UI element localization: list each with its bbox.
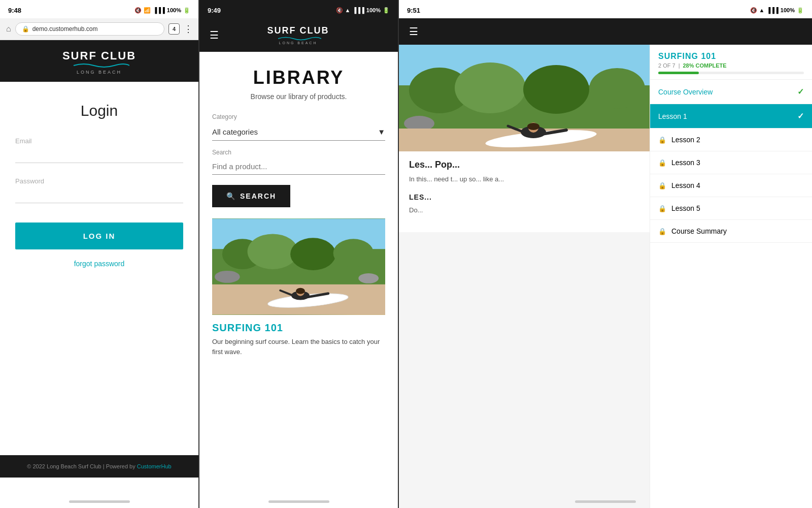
location-1: LONG BEACH — [77, 70, 122, 75]
product-info: SURFING 101 Our beginning surf course. L… — [212, 315, 385, 357]
wifi-icon-2: ▲ — [345, 7, 351, 13]
sidebar-item-label-lesson-3: 🔒 Lesson 3 — [658, 158, 700, 167]
library-subtitle: Browse our library of products. — [212, 92, 385, 101]
status-time-3: 9:51 — [407, 7, 420, 14]
mute-icon-2: 🔇 — [336, 7, 343, 14]
search-section: Search — [212, 149, 385, 175]
status-bar-1: 9:48 🔇 📶 ▐▐▐ 100% 🔋 — [0, 0, 198, 18]
sidebar-item-text-course-summary: Course Summary — [671, 227, 727, 235]
lesson-section-title: LES... — [409, 193, 639, 201]
footer-1: © 2022 Long Beach Surf Club | Powered by… — [0, 455, 198, 478]
sidebar-item-label-lesson-5: 🔒 Lesson 5 — [658, 204, 700, 212]
svg-point-7 — [358, 273, 379, 283]
svg-point-20 — [523, 65, 589, 114]
email-input[interactable] — [15, 148, 183, 163]
tab-count[interactable]: 4 — [168, 23, 180, 35]
email-field-wrapper: Email — [15, 137, 183, 163]
surf-scene-svg — [212, 218, 385, 315]
login-container: Login Email Password LOG IN forgot passw… — [0, 82, 198, 283]
svg-point-6 — [215, 271, 240, 283]
home-icon[interactable]: ⌂ — [6, 24, 11, 34]
browser-bar: ⌂ 🔒 demo.customerhub.com 4 ⋮ — [0, 18, 198, 40]
customerhub-link[interactable]: CustomerHub — [137, 463, 172, 469]
product-card[interactable]: SURFING 101 Our beginning surf course. L… — [212, 218, 385, 357]
sidebar-item-course-overview[interactable]: Course Overview ✓ — [650, 80, 812, 104]
search-label: Search — [212, 149, 385, 156]
check-icon-lesson-1: ✓ — [797, 111, 804, 121]
sidebar-progress-text: 2 OF 7 | 28% COMPLETE — [658, 62, 804, 69]
battery-text-3: 100% — [781, 7, 795, 13]
app-header-1: SURF CLUB LONG BEACH — [0, 40, 198, 82]
lock-icon-lesson-4: 🔒 — [658, 182, 666, 189]
sidebar-item-text-lesson-4: Lesson 4 — [671, 181, 700, 189]
email-label: Email — [15, 137, 183, 145]
battery-icon: 🔋 — [183, 7, 190, 14]
search-button[interactable]: 🔍 SEARCH — [212, 185, 290, 207]
search-input[interactable] — [212, 162, 385, 171]
sidebar-item-lesson-4[interactable]: 🔒 Lesson 4 — [650, 174, 812, 197]
sidebar-header: SURFING 101 2 OF 7 | 28% COMPLETE — [650, 45, 812, 80]
sidebar-item-lesson-2[interactable]: 🔒 Lesson 2 — [650, 129, 812, 151]
lesson-section-body: Do... — [409, 205, 639, 216]
status-icons-3: 🔇 ▲ ▐▐▐ 100% 🔋 — [750, 7, 804, 14]
url-bar[interactable]: 🔒 demo.customerhub.com — [15, 22, 164, 36]
login-title: Login — [81, 102, 118, 119]
signal-icon: ▐▐▐ — [153, 7, 164, 13]
login-button[interactable]: LOG IN — [15, 223, 183, 249]
battery-text: 100% — [167, 7, 181, 13]
battery-text-2: 100% — [366, 7, 381, 13]
home-indicator-3 — [575, 500, 636, 503]
sidebar-item-label-overview: Course Overview — [658, 88, 713, 96]
sidebar-item-lesson-5[interactable]: 🔒 Lesson 5 — [650, 197, 812, 220]
search-input-wrapper — [212, 159, 385, 175]
password-input[interactable] — [15, 188, 183, 203]
phone-library: 9:49 🔇 ▲ ▐▐▐ 100% 🔋 ☰ SURF CLUB LONG BEA… — [199, 0, 399, 508]
phone-course: 9:51 🔇 ▲ ▐▐▐ 100% 🔋 ☰ — [399, 0, 812, 508]
product-image — [212, 218, 385, 315]
sidebar-item-text-lesson-2: Lesson 2 — [671, 136, 700, 144]
sidebar-item-lesson-3[interactable]: 🔒 Lesson 3 — [650, 151, 812, 174]
wave-decoration-1 — [69, 62, 129, 69]
lesson-body: In this... need t... up so... like a... — [409, 174, 639, 185]
product-desc: Our beginning surf course. Learn the bas… — [212, 337, 385, 357]
category-value: All categories — [212, 128, 258, 136]
wave-decoration-2 — [276, 36, 321, 41]
sidebar-progress-bar — [658, 72, 804, 74]
hamburger-icon-3[interactable]: ☰ — [409, 25, 418, 38]
svg-point-19 — [455, 62, 526, 113]
sidebar-course-title: SURFING 101 — [658, 52, 804, 61]
logo-2: SURF CLUB LONG BEACH — [267, 25, 329, 45]
course-main: Les... Pop... In this... need t... up so… — [399, 45, 650, 508]
logo-1: SURF CLUB LONG BEACH — [62, 49, 136, 75]
location-2: LONG BEACH — [279, 41, 318, 45]
svg-point-4 — [290, 238, 335, 270]
lock-icon-lesson-3: 🔒 — [658, 159, 666, 167]
sidebar-item-text-lesson-3: Lesson 3 — [671, 158, 700, 167]
phone-login: 9:48 🔇 📶 ▐▐▐ 100% 🔋 ⌂ 🔒 demo.customerhub… — [0, 0, 199, 508]
menu-dots-icon[interactable]: ⋮ — [184, 23, 192, 35]
signal-icon-3: ▐▐▐ — [766, 7, 778, 13]
product-name: SURFING 101 — [212, 322, 385, 334]
sidebar-item-lesson-1[interactable]: Lesson 1 ✓ — [650, 104, 812, 129]
nav-header-2: ☰ SURF CLUB LONG BEACH — [199, 18, 398, 52]
sidebar-item-course-summary[interactable]: 🔒 Course Summary — [650, 220, 812, 243]
dropdown-arrow-icon: ▼ — [378, 128, 385, 136]
status-bar-2: 9:49 🔇 ▲ ▐▐▐ 100% 🔋 — [199, 0, 398, 18]
password-label: Password — [15, 177, 183, 185]
wifi-icon-3: ▲ — [759, 7, 765, 13]
lock-icon: 🔒 — [22, 25, 29, 33]
search-icon: 🔍 — [226, 192, 236, 200]
hamburger-icon-2[interactable]: ☰ — [210, 29, 219, 41]
sidebar-progress-fill — [658, 72, 699, 74]
lock-icon-lesson-2: 🔒 — [658, 136, 666, 144]
svg-point-15 — [296, 288, 305, 294]
check-icon-overview: ✓ — [797, 87, 804, 97]
battery-icon-2: 🔋 — [383, 7, 390, 14]
course-content: Les... Pop... In this... need t... up so… — [399, 45, 812, 508]
forgot-password-link[interactable]: forgot password — [74, 260, 125, 268]
sidebar-item-label-course-summary: 🔒 Course Summary — [658, 227, 727, 235]
status-time-2: 9:49 — [208, 7, 221, 14]
category-select[interactable]: All categories ▼ — [212, 123, 385, 141]
svg-point-3 — [248, 234, 298, 269]
nav-header-3: ☰ — [399, 18, 812, 45]
